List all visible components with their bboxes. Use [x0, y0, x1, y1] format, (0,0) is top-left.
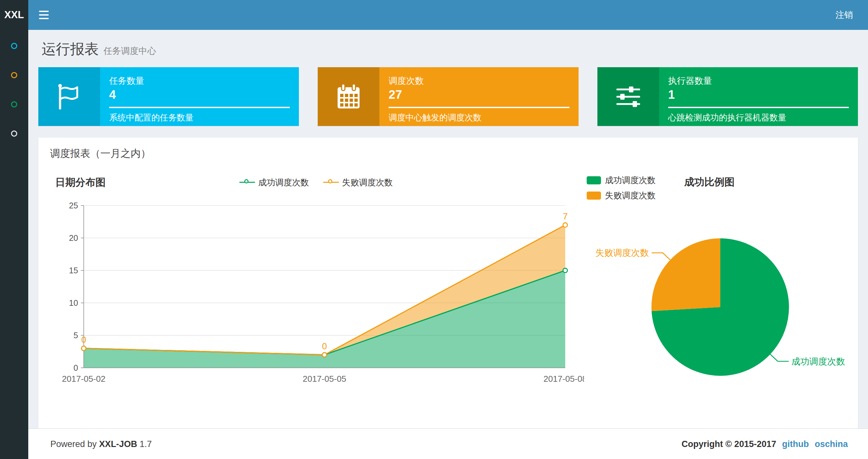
job-count-desc: 系统中配置的任务数量	[109, 112, 290, 123]
report-panel-title: 调度报表（一月之内）	[38, 138, 858, 165]
executor-count-desc: 心跳检测成功的执行器机器数量	[668, 112, 849, 123]
legend-success[interactable]: 成功调度次数	[240, 177, 309, 188]
app-version: 1.7	[140, 439, 152, 449]
job-count-value: 4	[109, 88, 290, 102]
line-chart-legend: 成功调度次数 失败调度次数	[48, 177, 584, 188]
pie-chart-legend: 成功调度次数 失败调度次数	[587, 175, 655, 201]
page-title: 运行报表	[41, 41, 99, 57]
footer: Powered by XXL-JOB 1.7 Copyright © 2015-…	[28, 428, 868, 459]
success-ratio-chart: 成功调度次数失败调度次数	[584, 201, 848, 414]
executor-count-label: 执行器数量	[668, 75, 849, 87]
powered-prefix: Powered by	[50, 439, 97, 449]
pie-label-line	[652, 253, 670, 260]
job-count-content: 任务数量 4 系统中配置的任务数量	[100, 67, 299, 126]
date-distribution-chart: 05101520252017-05-022017-05-052017-05-08…	[48, 196, 584, 392]
trigger-count-label: 调度次数	[389, 75, 569, 87]
executor-count-value: 1	[668, 88, 849, 102]
logout-link[interactable]: 注销	[820, 0, 868, 30]
oschina-link[interactable]: oschina	[815, 439, 848, 449]
point-label: 0	[81, 335, 86, 345]
page-subtitle: 任务调度中心	[103, 46, 156, 56]
y-tick-label: 20	[69, 233, 78, 242]
progress-line	[109, 107, 290, 108]
success-swatch-icon	[587, 176, 601, 185]
x-tick-label: 2017-05-05	[303, 374, 346, 384]
sidebar	[0, 30, 28, 459]
executor-count-content: 执行器数量 1 心跳检测成功的执行器机器数量	[659, 67, 858, 126]
y-tick-label: 5	[73, 331, 78, 340]
fail-swatch-icon	[587, 192, 601, 200]
github-link[interactable]: github	[782, 439, 809, 449]
hamburger-icon	[39, 11, 49, 12]
fail-point	[322, 353, 327, 357]
app-root: XXL 注销 运行报表 任务调度中心	[0, 0, 868, 459]
pie-legend-success-label: 成功调度次数	[605, 175, 655, 186]
sidebar-item-help-icon[interactable]	[11, 131, 17, 137]
sidebar-item-report-icon[interactable]	[11, 43, 17, 49]
legend-fail-label: 失败调度次数	[342, 177, 393, 188]
job-count-label: 任务数量	[109, 75, 290, 87]
sidebar-toggle-button[interactable]	[28, 0, 59, 30]
report-panel-body: 日期分布图 成功调度次数 失败调度次数	[38, 165, 858, 428]
pie-legend-fail-label: 失败调度次数	[605, 190, 655, 201]
content-area: 运行报表 任务调度中心 任务数量	[28, 30, 868, 428]
y-tick-label: 10	[69, 298, 78, 307]
sidebar-item-logs-icon[interactable]	[11, 101, 17, 107]
hamburger-icon	[39, 18, 49, 19]
sidebar-item-jobs-icon[interactable]	[11, 72, 17, 78]
trigger-count-value: 27	[389, 88, 569, 102]
executor-count-box: 执行器数量 1 心跳检测成功的执行器机器数量	[597, 67, 858, 126]
trigger-count-desc: 调度中心触发的调度次数	[389, 112, 569, 123]
app-name: XXL-JOB	[99, 439, 137, 449]
trigger-count-box: 调度次数 27 调度中心触发的调度次数	[318, 67, 578, 126]
point-label: 7	[563, 211, 567, 221]
legend-fail[interactable]: 失败调度次数	[323, 177, 393, 188]
pie-slice	[652, 238, 720, 311]
trigger-count-content: 调度次数 27 调度中心触发的调度次数	[379, 67, 578, 126]
success-ratio-section: 成功调度次数 失败调度次数 成功比例图 成功调度次数失败调度次数	[584, 173, 848, 414]
y-tick-label: 15	[69, 266, 78, 275]
success-point	[563, 268, 567, 273]
fail-legend-marker-icon	[323, 178, 339, 187]
fail-point	[563, 223, 567, 227]
fail-point	[82, 346, 86, 351]
pie-slice-label: 成功调度次数	[792, 356, 845, 366]
y-tick-label: 0	[73, 363, 78, 372]
calendar-icon	[318, 67, 379, 126]
pie-legend-success[interactable]: 成功调度次数	[587, 175, 655, 186]
pie-legend-fail[interactable]: 失败调度次数	[587, 190, 655, 201]
summary-boxes: 任务数量 4 系统中配置的任务数量	[38, 67, 858, 126]
footer-powered-by: Powered by XXL-JOB 1.7	[50, 439, 152, 449]
app-logo: XXL	[0, 0, 28, 30]
flag-icon	[38, 67, 100, 126]
pie-slice-label: 失败调度次数	[595, 248, 649, 258]
sliders-icon	[597, 67, 659, 126]
legend-success-label: 成功调度次数	[258, 177, 309, 188]
x-tick-label: 2017-05-02	[62, 374, 105, 384]
success-legend-marker-icon	[240, 178, 255, 187]
job-count-box: 任务数量 4 系统中配置的任务数量	[38, 67, 299, 126]
navbar-right: 注销	[820, 0, 868, 30]
report-panel: 调度报表（一月之内） 日期分布图 成功调度次数	[38, 138, 858, 428]
progress-line	[668, 107, 849, 108]
copyright-text: Copyright © 2015-2017	[682, 439, 776, 449]
point-label: 0	[322, 341, 327, 351]
hamburger-icon	[39, 14, 49, 15]
date-distribution-section: 日期分布图 成功调度次数 失败调度次数	[48, 173, 584, 414]
page-header: 运行报表 任务调度中心	[38, 30, 858, 67]
pie-label-line	[770, 354, 789, 361]
progress-line	[389, 107, 569, 108]
pie-chart-title: 成功比例图	[684, 175, 735, 189]
top-navbar: XXL 注销	[0, 0, 868, 30]
y-tick-label: 25	[69, 201, 78, 210]
x-tick-label: 2017-05-08	[544, 374, 584, 384]
